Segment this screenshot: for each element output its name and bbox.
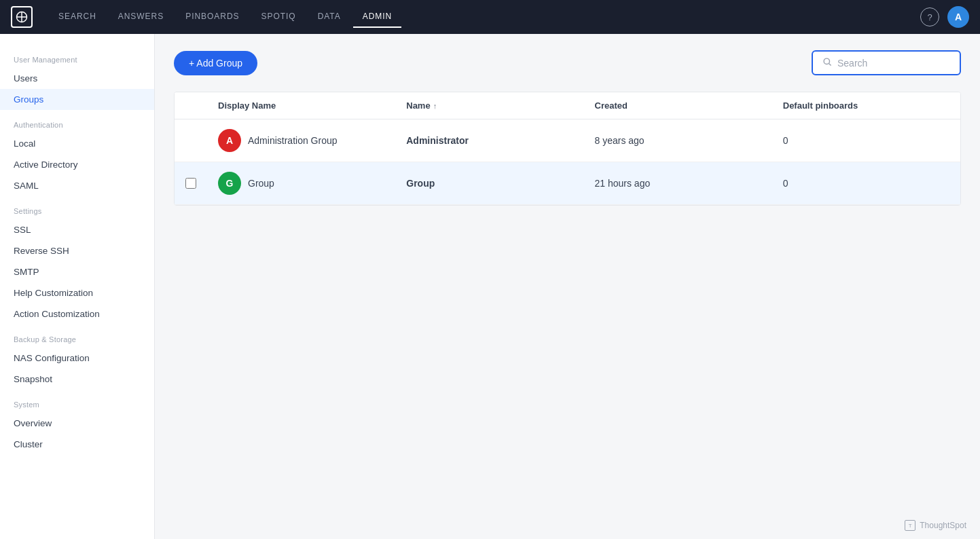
top-nav: SEARCHANSWERSPINBOARDSSPOTIQDATAADMIN ? … [0,0,980,34]
search-box[interactable] [812,50,961,75]
sidebar-section-authentication: Authentication [0,110,154,133]
footer-brand: T ThoughtSpot [905,520,966,531]
sidebar-item-active-directory[interactable]: Active Directory [0,154,154,175]
nav-right: ? A [920,6,969,28]
sidebar-item-smtp[interactable]: SMTP [0,261,154,282]
sidebar-section-backup-&-storage: Backup & Storage [0,324,154,348]
sidebar-item-snapshot[interactable]: Snapshot [0,369,154,390]
row-created: 21 hours ago [584,178,772,189]
table-row[interactable]: A Administration Group Administrator 8 y… [175,119,960,162]
svg-point-3 [824,58,829,64]
nav-item-data[interactable]: DATA [308,6,350,28]
row-created: 8 years ago [584,135,772,146]
sidebar-item-local[interactable]: Local [0,133,154,154]
row-display-name: A Administration Group [207,129,395,152]
row-checkbox-cell[interactable] [175,178,207,189]
sidebar-item-reverse-ssh[interactable]: Reverse SSH [0,240,154,261]
nav-item-pinboards[interactable]: PINBOARDS [176,6,249,28]
row-name: Administrator [395,135,583,146]
nav-item-admin[interactable]: ADMIN [353,6,401,28]
row-checkbox[interactable] [185,178,196,189]
nav-item-answers[interactable]: ANSWERS [109,6,173,28]
footer-brand-label: ThoughtSpot [920,521,966,530]
main-layout: User ManagementUsersGroupsAuthentication… [0,34,980,539]
sidebar-section-user-management: User Management [0,45,154,68]
nav-item-spotiq[interactable]: SPOTIQ [252,6,306,28]
table-header: Display Name Name ↑ Created Default pinb… [175,92,960,119]
help-button[interactable]: ? [920,7,939,26]
row-display-name: G Group [207,172,395,195]
groups-table: Display Name Name ↑ Created Default pinb… [174,92,961,206]
svg-line-4 [829,63,831,65]
sidebar-item-groups[interactable]: Groups [0,89,154,110]
th-checkbox [175,100,207,111]
th-default-pinboards: Default pinboards [772,100,960,111]
th-name[interactable]: Name ↑ [395,100,583,111]
row-default-pinboards: 0 [772,178,960,189]
th-created: Created [584,100,772,111]
user-avatar[interactable]: A [947,6,969,28]
sidebar-item-users[interactable]: Users [0,68,154,89]
content-area: + Add Group Display Name Name ↑ [155,34,980,539]
sidebar: User ManagementUsersGroupsAuthentication… [0,34,155,539]
table-row[interactable]: G Group Group 21 hours ago 0 [175,162,960,205]
add-group-button[interactable]: + Add Group [174,51,257,75]
row-avatar: G [218,172,241,195]
content-header: + Add Group [174,50,961,75]
sort-icon: ↑ [433,102,437,110]
th-display-name: Display Name [207,100,395,111]
sidebar-item-overview[interactable]: Overview [0,413,154,434]
sidebar-item-saml[interactable]: SAML [0,175,154,196]
sidebar-item-nas-configuration[interactable]: NAS Configuration [0,348,154,369]
row-name: Group [395,178,583,189]
logo-icon [11,6,33,28]
sidebar-item-cluster[interactable]: Cluster [0,434,154,455]
sidebar-section-system: System [0,390,154,413]
row-avatar: A [218,129,241,152]
sidebar-item-action-customization[interactable]: Action Customization [0,303,154,324]
nav-item-search[interactable]: SEARCH [49,6,106,28]
footer-logo-icon: T [905,520,915,531]
nav-items: SEARCHANSWERSPINBOARDSSPOTIQDATAADMIN [49,6,920,28]
search-icon [822,57,832,69]
logo[interactable] [11,6,33,28]
sidebar-item-ssl[interactable]: SSL [0,219,154,240]
row-default-pinboards: 0 [772,135,960,146]
sidebar-section-settings: Settings [0,196,154,219]
search-input[interactable] [837,58,950,69]
sidebar-item-help-customization[interactable]: Help Customization [0,282,154,303]
